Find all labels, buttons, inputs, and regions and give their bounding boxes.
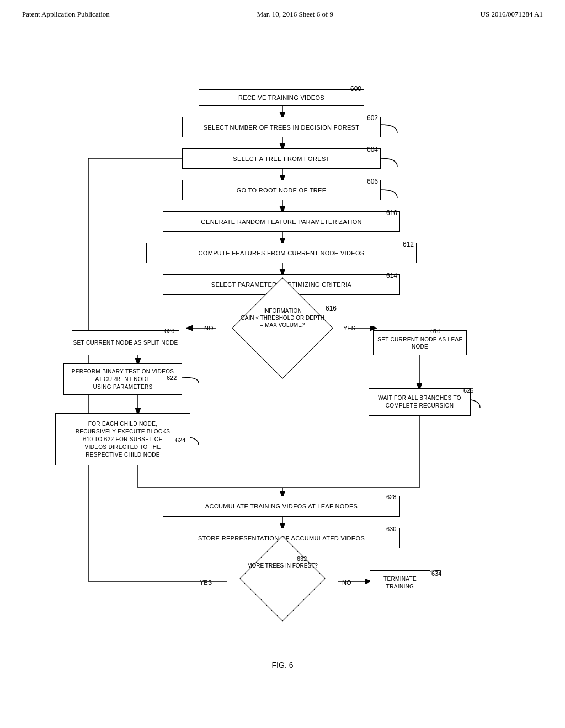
diagram-area: RECEIVE TRAINING VIDEOS 600 SELECT NUMBE…	[0, 24, 565, 686]
box-626: WAIT FOR ALL BRANCHES TO COMPLETE RECURS…	[369, 388, 471, 416]
diamond-616-text: INFORMATIONGAIN < THRESHOLD OR DEPTH= MA…	[241, 308, 324, 328]
header-center: Mar. 10, 2016 Sheet 6 of 9	[257, 10, 333, 19]
label-600: 600	[350, 85, 361, 93]
box-620: SET CURRENT NODE AS SPLIT NODE	[72, 330, 179, 355]
label-634: 634	[431, 570, 441, 577]
diamond-632: MORE TREES IN FOREST?	[227, 556, 338, 601]
box-602: SELECT NUMBER OF TREES IN DECISION FORES…	[182, 117, 381, 137]
box-606: GO TO ROOT NODE OF TREE	[182, 180, 381, 200]
diamond-632-text: MORE TREES IN FOREST?	[247, 563, 318, 569]
yes-label-632: YES	[200, 579, 212, 586]
box-610: GENERATE RANDOM FEATURE PARAMETERIZATION	[163, 211, 400, 232]
label-616: 616	[326, 304, 337, 312]
label-622: 622	[167, 374, 177, 381]
label-604: 604	[367, 146, 378, 153]
label-610: 610	[386, 209, 397, 217]
label-602: 602	[367, 114, 378, 122]
label-614: 614	[386, 272, 397, 280]
label-632: 632	[297, 555, 307, 562]
no-label-632: NO	[342, 579, 351, 586]
header-left: Patent Application Publication	[22, 10, 110, 19]
box-634: TERMINATE TRAINING	[370, 570, 430, 595]
box-624: FOR EACH CHILD NODE, RECURSIVELY EXECUTE…	[55, 413, 190, 465]
box-622: PERFORM BINARY TEST ON VIDEOS AT CURRENT…	[63, 363, 182, 395]
label-620: 620	[164, 328, 174, 334]
header-right: US 2016/0071284 A1	[481, 10, 543, 19]
label-624: 624	[175, 437, 185, 443]
label-618: 618	[430, 328, 440, 334]
box-604: SELECT A TREE FROM FOREST	[182, 148, 381, 169]
label-612: 612	[403, 240, 414, 248]
label-630: 630	[386, 526, 396, 532]
label-628: 628	[386, 494, 396, 500]
label-626: 626	[463, 387, 473, 394]
no-label-616: NO	[204, 325, 214, 331]
box-628: ACCUMULATE TRAINING VIDEOS AT LEAF NODES	[163, 496, 400, 517]
box-600: RECEIVE TRAINING VIDEOS	[199, 89, 364, 106]
label-606: 606	[367, 178, 378, 185]
fig-label: FIG. 6	[272, 661, 294, 670]
box-618: SET CURRENT NODE AS LEAF NODE	[373, 330, 467, 355]
box-612: COMPUTE FEATURES FROM CURRENT NODE VIDEO…	[146, 243, 417, 263]
yes-label-616: YES	[343, 325, 355, 331]
page-header: Patent Application Publication Mar. 10, …	[0, 0, 565, 19]
